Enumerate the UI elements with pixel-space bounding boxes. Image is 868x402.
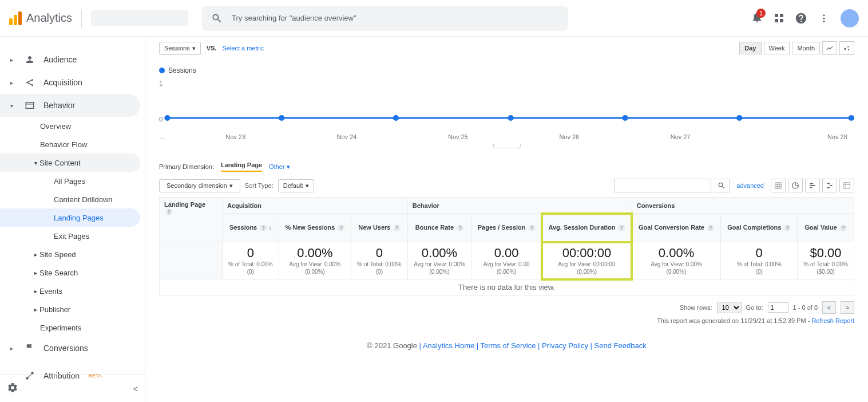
sidebar-item-behavior[interactable]: ▾Behavior [0,94,140,117]
help-icon[interactable] [795,12,807,25]
comparison-icon [826,182,834,190]
sidebar-item-all-pages[interactable]: All Pages [0,172,140,190]
svg-point-18 [736,115,742,121]
col-8[interactable]: Goal Value ? [798,214,854,242]
metric-selector[interactable]: Sessions ▾ [159,42,201,55]
legend-dot [159,68,165,73]
y-tick-0: 0 [159,116,162,123]
sidebar-item-audience[interactable]: ▸Audience [0,48,140,71]
prim-dim-value[interactable]: Landing Page [221,161,262,172]
footer-link-home[interactable]: Analytics Home [423,341,474,350]
help-icon[interactable]: ? [165,208,172,215]
search-bar[interactable]: Try searching for "audience overview" [202,6,568,31]
sort-type-selector[interactable]: Default ▾ [278,179,314,192]
sessions-chart[interactable]: 1 0 [159,78,854,129]
search-placeholder: Try searching for "audience overview" [232,14,356,22]
col-0[interactable]: Sessions ? ↓ [223,214,279,242]
sidebar-item-experiments[interactable]: Experiments [0,318,140,337]
sidebar-item-acquisition[interactable]: ▸Acquisition [0,71,140,94]
share-icon [24,77,35,88]
flag-icon [24,342,35,354]
view-pivot-button[interactable] [839,179,854,192]
table-icon [774,182,782,190]
go-to-input[interactable] [768,302,788,313]
chart-area: Sessions 1 0 ... Nov 23 Nov 24 Nov 25 No… [159,66,854,150]
y-tick-1: 1 [159,80,162,87]
col-6[interactable]: Goal Conversion Rate ? [632,214,721,242]
val-4: 0.00Avg for View: 0.00(0.00%) [471,242,542,279]
svg-point-17 [622,115,628,121]
col-1[interactable]: % New Sessions ? [279,214,351,242]
col-4[interactable]: Pages / Session ? [471,214,542,242]
sidebar-item-landing-pages[interactable]: Landing Pages [0,208,140,227]
settings-button[interactable] [7,382,18,395]
svg-point-3 [26,82,28,84]
user-avatar[interactable] [841,9,859,27]
view-bar-button[interactable] [805,179,820,192]
chart-grip-handle[interactable] [493,144,521,148]
table-controls: Secondary dimension ▾ Sort Type: Default… [159,179,854,192]
bubble-chart-icon [843,44,851,52]
chevron-down-icon: ▾ [287,163,290,170]
sidebar-footer: < [0,375,145,402]
val-3: 0.00%Avg for View: 0.00%(0.00%) [407,242,471,279]
notifications-button[interactable]: 1 [751,11,763,25]
footer-link-feedback[interactable]: Send Feedback [594,341,647,350]
app-logo[interactable]: Analytics [9,11,72,25]
advanced-link[interactable]: advanced [736,182,764,189]
time-day-button[interactable]: Day [739,42,761,54]
footer-link-tos[interactable]: Terms of Service [481,341,536,350]
table-search-button[interactable] [714,179,730,192]
group-acquisition: Acquisition [223,198,408,214]
view-comparison-button[interactable] [822,179,837,192]
apps-button[interactable] [775,14,783,22]
secondary-dimension-button[interactable]: Secondary dimension ▾ [159,179,240,192]
sidebar-item-behavior-flow[interactable]: Behavior Flow [0,135,140,153]
sidebar-item-events[interactable]: ▸Events [0,282,140,300]
select-metric-link[interactable]: Select a metric [222,45,264,52]
view-pie-button[interactable] [788,179,803,192]
rows-per-page-select[interactable]: 10 [717,302,742,313]
sidebar-item-site-content[interactable]: ▾Site Content [0,153,140,172]
footer-link-privacy[interactable]: Privacy Policy [542,341,588,350]
refresh-report-link[interactable]: Refresh Report [811,317,854,324]
legend-label: Sessions [168,66,196,74]
val-6: 0.00%Avg for View: 0.00%(0.00%) [632,242,721,279]
col-3[interactable]: Bounce Rate ? [407,214,471,242]
property-selector[interactable] [91,10,188,26]
chart-type-motion-button[interactable] [839,41,854,55]
sidebar-item-content-drilldown[interactable]: Content Drilldown [0,190,140,208]
sidebar-item-exit-pages[interactable]: Exit Pages [0,227,140,245]
group-conversions: Conversions [632,198,854,214]
page-icon [24,100,35,111]
sidebar: ▸Audience ▸Acquisition ▾Behavior Overvie… [0,37,145,402]
sidebar-item-site-speed[interactable]: ▸Site Speed [0,245,140,263]
main-content: Sessions ▾ VS. Select a metric Day Week … [145,37,868,402]
other-dim-link[interactable]: Other ▾ [269,163,290,171]
col-7[interactable]: Goal Completions ? [721,214,798,242]
col-5[interactable]: Avg. Session Duration ? [542,214,632,242]
svg-point-1 [823,17,825,19]
sidebar-item-conversions[interactable]: ▸Conversions [0,337,140,360]
val-1: 0.00%Avg for View: 0.00%(0.00%) [279,242,351,279]
app-title: Analytics [26,11,72,25]
chart-type-line-button[interactable] [822,41,837,55]
col-landing-page[interactable]: Landing Page? [160,198,223,242]
time-week-button[interactable]: Week [764,42,790,54]
table-search-input[interactable] [614,179,711,192]
view-table-button[interactable] [771,179,786,192]
search-icon [718,182,726,190]
col-2[interactable]: New Users ? [351,214,407,242]
next-page-button[interactable]: > [841,301,854,314]
generated-text: This report was generated on 11/29/21 at… [159,317,854,324]
sidebar-item-publisher[interactable]: ▸Publisher [0,300,140,318]
chevron-down-icon: ▾ [192,45,196,52]
search-icon [211,13,223,24]
svg-point-8 [844,48,846,50]
collapse-sidebar-button[interactable]: < [133,384,138,393]
sidebar-item-site-search[interactable]: ▸Site Search [0,263,140,282]
more-icon[interactable] [819,13,829,23]
sidebar-item-overview[interactable]: Overview [0,117,140,135]
prev-page-button[interactable]: < [822,301,836,314]
time-month-button[interactable]: Month [792,42,820,54]
